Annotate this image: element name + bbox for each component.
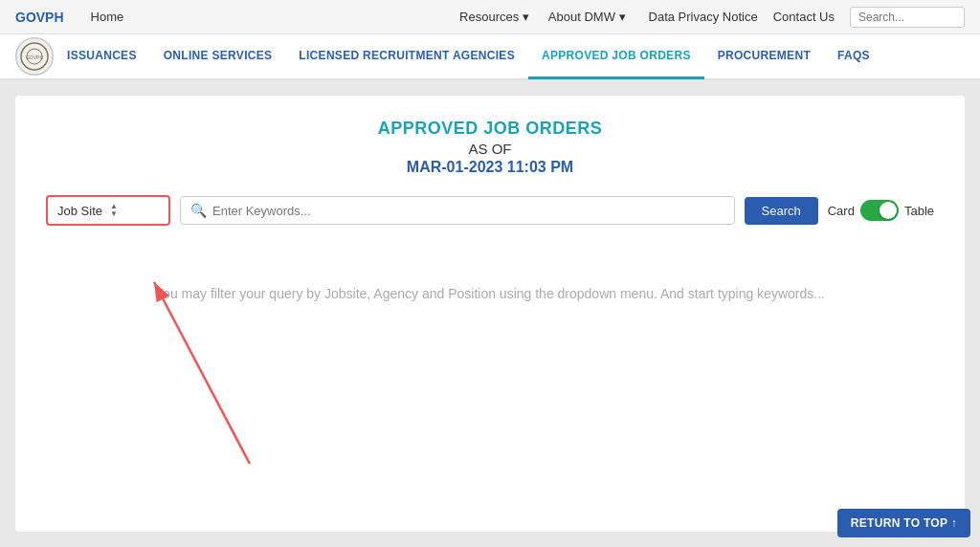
page-title-line1: APPROVED JOB ORDERS <box>46 119 934 139</box>
main-content-bg: APPROVED JOB ORDERS AS OF MAR-01-2023 11… <box>0 80 980 547</box>
nav-faqs[interactable]: FAQS <box>824 33 883 79</box>
page-title-date: MAR-01-2023 11:03 PM <box>46 159 934 176</box>
nav-resources[interactable]: Resources ▾ <box>452 6 537 28</box>
govph-logo: GOVPH <box>15 10 64 25</box>
site-logo: GOVPH <box>15 37 54 76</box>
nav-issuances[interactable]: ISSUANCES <box>54 33 150 79</box>
page-title-line2: AS OF <box>46 141 934 157</box>
search-input-wrapper: 🔍 <box>180 196 735 225</box>
data-privacy-link[interactable]: Data Privacy Notice <box>649 10 758 24</box>
top-bar: GOVPH Home Resources ▾ About DMW ▾ Data … <box>0 0 980 34</box>
svg-text:GOVPH: GOVPH <box>26 55 43 60</box>
nav-home[interactable]: Home <box>83 6 449 28</box>
content-card: APPROVED JOB ORDERS AS OF MAR-01-2023 11… <box>15 96 965 532</box>
page-title-block: APPROVED JOB ORDERS AS OF MAR-01-2023 11… <box>46 119 934 176</box>
table-label: Table <box>904 204 934 218</box>
job-site-dropdown[interactable]: Job Site ▲ ▼ <box>46 195 170 226</box>
job-site-label: Job Site <box>57 204 102 218</box>
top-nav: Home Resources ▾ About DMW ▾ <box>83 6 634 28</box>
nav-approved-job-orders[interactable]: APPROVED JOB ORDERS <box>528 33 704 79</box>
dropdown-arrows: ▲ ▼ <box>110 203 118 218</box>
toggle-knob <box>880 202 897 219</box>
view-toggle-group: Card Table <box>828 200 934 221</box>
search-row: Job Site ▲ ▼ 🔍 Search Card Table <box>46 195 934 226</box>
search-button[interactable]: Search <box>745 197 818 225</box>
nav-licensed-recruitment[interactable]: LICENSED RECRUITMENT AGENCIES <box>285 33 528 79</box>
card-label: Card <box>828 204 855 218</box>
search-icon: 🔍 <box>190 203 207 218</box>
svg-line-4 <box>154 282 250 464</box>
top-search-input[interactable] <box>850 7 965 28</box>
nav-online-services[interactable]: ONLINE SERVICES <box>150 33 286 79</box>
top-bar-right: Data Privacy Notice Contact Us <box>649 7 965 28</box>
return-to-top-button[interactable]: RETURN TO TOP ↑ <box>837 509 970 537</box>
empty-state-message: You may filter your query by Jobsite, Ag… <box>46 283 934 304</box>
contact-us-link[interactable]: Contact Us <box>773 10 835 24</box>
keyword-search-input[interactable] <box>212 204 724 218</box>
nav-bar: GOVPH ISSUANCES ONLINE SERVICES LICENSED… <box>0 34 980 80</box>
card-table-toggle[interactable] <box>860 200 899 221</box>
nav-procurement[interactable]: PROCUREMENT <box>704 33 824 79</box>
nav-about-dmw[interactable]: About DMW ▾ <box>541 6 634 28</box>
